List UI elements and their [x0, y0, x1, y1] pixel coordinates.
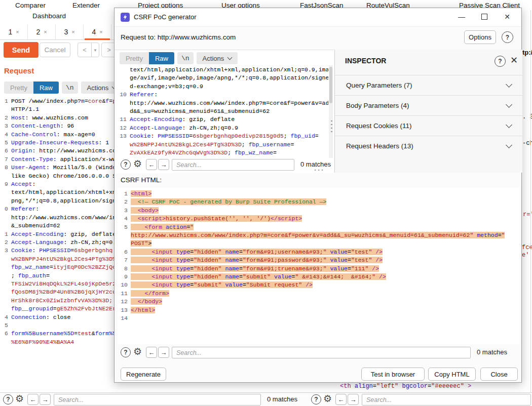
maximize-button[interactable]: [477, 8, 492, 25]
gear-icon[interactable]: ⚙: [133, 159, 142, 169]
repeater-tab-2[interactable]: 2×: [28, 24, 56, 39]
code-line: 2 <!— CSRF PoC - generated by Burp Suite…: [118, 198, 519, 206]
inspector-section-request[interactable]: Request Cookies (11): [335, 115, 522, 136]
chevron-down-icon: [506, 81, 512, 88]
burp-lightning-icon: [121, 13, 130, 22]
gear-icon[interactable]: ⚙: [15, 394, 24, 404]
actions-dropdown[interactable]: Actions: [197, 52, 238, 64]
code-line: 11Accept-Encoding: gzip, deflate: [117, 115, 328, 124]
menu-item-extender[interactable]: Extender: [72, 2, 100, 9]
options-button[interactable]: Options: [464, 30, 496, 44]
dialog-title: CSRF PoC generator: [134, 13, 197, 21]
request-panel-title: Request: [4, 66, 34, 75]
caret-down-icon: ▾: [92, 48, 99, 53]
tab-label: 4: [92, 28, 96, 36]
dialog-request-editor[interactable]: text/html,application/xhtml+xml,applicat…: [117, 66, 328, 158]
repeater-tab-4[interactable]: 4×: [84, 24, 111, 39]
next-match-button[interactable]: →: [158, 159, 169, 170]
code-line: 9 <input type="hidden" name="submit" val…: [118, 273, 519, 281]
bottom-search-bar: ? ⚙ ← → 0 matches ? ⚙ ← →: [0, 392, 532, 406]
code-line: 13Cookie: PHPSESSID=6sbgerbgnhqp0edivp28…: [117, 132, 328, 140]
code-line: ; fbp_auth=: [2, 272, 114, 280]
arrow-left-icon: ←: [148, 349, 155, 356]
help-icon[interactable]: ?: [495, 56, 506, 67]
minimize-button[interactable]: —: [454, 8, 469, 25]
match-count: 0 matches: [267, 395, 297, 403]
search-input[interactable]: [54, 394, 261, 405]
csrf-html-label: CSRF HTML:: [121, 176, 162, 184]
tab-close-icon[interactable]: ×: [16, 29, 19, 35]
menu-item-comparer[interactable]: Comparer: [15, 2, 46, 9]
code-line: http://www.wuzhicms.com/www/index.php?m=…: [117, 99, 328, 107]
code-line: 8User-Agent: Mozilla/5.0 (Windo: [2, 164, 114, 172]
gear-icon[interactable]: ⚙: [323, 394, 332, 404]
match-count: 0 matches: [477, 348, 507, 356]
next-match-button[interactable]: →: [348, 394, 359, 405]
help-glyph: ?: [498, 58, 502, 65]
code-line: &_submenuid=62: [2, 222, 114, 230]
pane-divider-grip[interactable]: ···: [314, 168, 325, 173]
search-input[interactable]: [172, 159, 294, 171]
repeater-tab-1[interactable]: 1×: [0, 24, 28, 39]
code-line: 10Referer:: [117, 91, 328, 99]
tab-close-icon[interactable]: ×: [99, 29, 102, 35]
scrollbar-thumb[interactable]: [329, 67, 332, 103]
inspector-section-request[interactable]: Request Headers (13): [335, 136, 522, 156]
tab-close-icon[interactable]: ×: [71, 29, 74, 35]
repeater-tab-3[interactable]: 3×: [56, 24, 84, 39]
help-icon[interactable]: ?: [311, 394, 321, 404]
code-line: 2Accept-Language: zh-CN,zh;q=0.: [2, 238, 114, 247]
inspector-panel: INSPECTOR ? ✕ Query Parameters (7)Body P…: [334, 50, 522, 173]
tab-label: 1: [8, 28, 12, 36]
help-icon[interactable]: ?: [3, 394, 13, 404]
prev-match-button[interactable]: ←: [146, 159, 157, 170]
code-line: TFSiW2Vi8HqDQkL%2FL4s0jKpDe5r2: [2, 280, 114, 288]
close-dialog-button[interactable]: Close: [480, 368, 518, 381]
inspector-section-query[interactable]: Query Parameters (7): [335, 75, 522, 95]
help-icon[interactable]: ?: [502, 31, 513, 43]
help-glyph: ?: [124, 349, 127, 356]
next-match-button[interactable]: →: [40, 394, 51, 405]
chevron-down-icon: [506, 121, 512, 128]
prev-match-button[interactable]: ←: [27, 394, 39, 405]
test-in-browser-button[interactable]: Test in browser: [361, 368, 425, 381]
vertical-divider-grip[interactable]: [331, 120, 332, 133]
tab-raw[interactable]: Raw: [33, 82, 59, 94]
close-icon[interactable]: ✕: [510, 55, 518, 66]
cancel-button[interactable]: Cancel: [40, 43, 70, 57]
previous-request-button[interactable]: < ▾: [78, 43, 99, 57]
search-input[interactable]: [362, 394, 531, 405]
search-input[interactable]: [172, 347, 471, 358]
copy-html-button[interactable]: Copy HTML: [428, 368, 476, 381]
request-editor[interactable]: 1POST /www/index.php?m=core&f=pHTTP/1.12…: [2, 97, 114, 350]
help-glyph: ?: [314, 396, 318, 403]
dialog-titlebar[interactable]: CSRF PoC generator — ✕: [115, 8, 521, 27]
regenerate-button[interactable]: Regenerate: [121, 368, 166, 381]
tab-close-icon[interactable]: ×: [44, 29, 47, 35]
tab-raw[interactable]: Raw: [149, 52, 174, 64]
tab-newline[interactable]: \n: [177, 52, 194, 64]
help-icon[interactable]: ?: [121, 159, 131, 170]
tab-pretty[interactable]: Pretty: [120, 52, 149, 64]
arrow-right-icon: →: [350, 396, 357, 403]
send-button[interactable]: Send: [4, 42, 39, 58]
prev-match-button[interactable]: ←: [335, 394, 347, 405]
code-line: 11 </form>: [118, 290, 519, 298]
inspector-section-body[interactable]: Body Parameters (4): [335, 95, 522, 115]
next-match-button[interactable]: →: [158, 347, 169, 358]
code-line: 13</html>: [118, 306, 519, 314]
prev-match-button[interactable]: ←: [146, 347, 157, 358]
tab-newline[interactable]: \n: [62, 82, 78, 94]
help-icon[interactable]: ?: [121, 347, 131, 357]
scrollbar-track[interactable]: [329, 65, 333, 158]
code-line: text/html,application/xhtml+xm: [2, 188, 114, 196]
close-button[interactable]: ✕: [500, 8, 515, 25]
arrow-right-icon: →: [161, 161, 167, 169]
tab-dashboard[interactable]: Dashboard: [32, 12, 66, 20]
code-line: like Gecko) Chrome/106.0.0.0 S: [2, 172, 114, 180]
tab-pretty[interactable]: Pretty: [4, 82, 33, 94]
csrf-html-editor[interactable]: 1<html>2 <!— CSRF PoC - generated by Bur…: [118, 188, 519, 344]
tab-label: 2: [36, 28, 40, 36]
gear-icon[interactable]: ⚙: [133, 347, 142, 357]
background-text-fragment: <th align="left" bgcolor="#eeeeec" >: [340, 383, 471, 390]
